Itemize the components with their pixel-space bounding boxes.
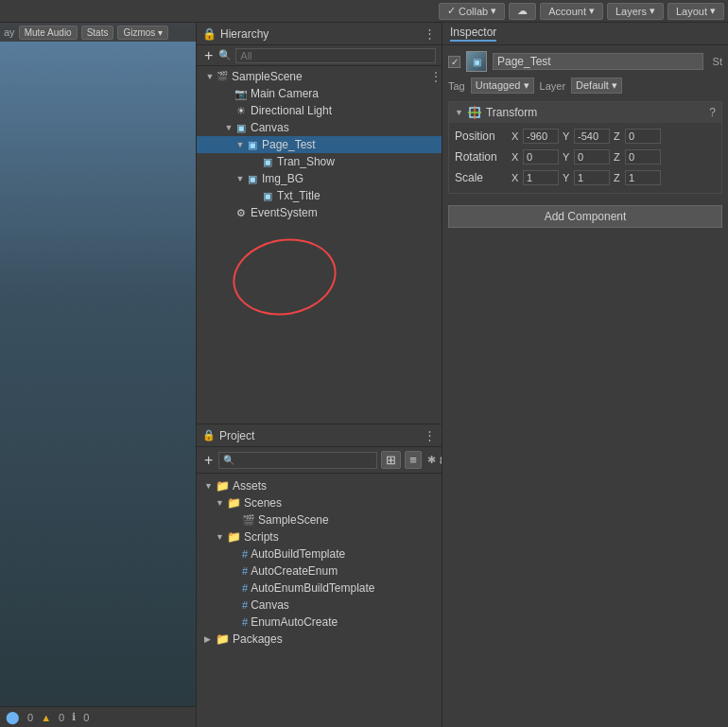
- event-system-icon: ⚙: [234, 206, 248, 219]
- project-panel-icons: ⋮: [424, 429, 436, 441]
- tran-show-label: Tran_Show: [277, 155, 335, 168]
- canvas-item[interactable]: ▼ ▣ Canvas: [197, 119, 442, 136]
- scene-arrow: ▼: [204, 72, 216, 81]
- packages-folder-item[interactable]: ▶ 📁 Packages: [197, 631, 442, 648]
- position-label: Position: [455, 130, 511, 143]
- circle-count: 0: [27, 712, 33, 723]
- page-test-arrow: ▼: [234, 140, 246, 149]
- collab-button[interactable]: ✓ Collab ▾: [439, 3, 505, 20]
- position-y-letter: Y: [563, 130, 572, 142]
- chevron-down-icon: ▾: [491, 5, 496, 17]
- img-bg-item[interactable]: ▼ ▣ Img_BG: [197, 170, 442, 187]
- camera-icon: 📷: [234, 87, 248, 100]
- hierarchy-panel: 🔒 Hierarchy ⋮ + 🔍 ▼ 🎬 Main Camera Sampl: [197, 23, 442, 424]
- layers-button[interactable]: Layers ▾: [607, 3, 664, 20]
- inspector-content: ✓ ▣ St Tag Untagged ▾ Layer Default ▾: [442, 45, 728, 727]
- scale-z-input[interactable]: [625, 170, 661, 185]
- object-cube-icon: ▣: [466, 51, 487, 72]
- filter-button[interactable]: ⊞: [381, 451, 401, 469]
- add-project-button[interactable]: +: [202, 453, 215, 468]
- object-name-input[interactable]: [493, 53, 703, 70]
- lock-icon-2: 🔒: [202, 429, 216, 441]
- assets-folder-item[interactable]: ▼ 📁 Assets: [197, 477, 442, 494]
- warning-count: 0: [59, 712, 64, 723]
- gizmos-button[interactable]: Gizmos ▾: [117, 26, 168, 40]
- auto-enum-build-label: AutoEnumBuildTemplate: [251, 581, 374, 595]
- scenes-folder-item[interactable]: ▼ 📁 Scenes: [197, 494, 442, 511]
- left-panel: ay Mute Audio Stats Gizmos ▾ ⬤ 0 ▲ 0 ℹ 0: [0, 23, 196, 727]
- scene-more-icon[interactable]: ⋮: [430, 70, 442, 83]
- position-z-input[interactable]: [625, 129, 661, 144]
- rotation-z-input[interactable]: [625, 149, 661, 164]
- script-icon-2: #: [242, 565, 248, 577]
- project-search-input[interactable]: [234, 454, 373, 467]
- project-content: ▼ 📁 Assets ▼ 📁 Scenes ▶ 🎬 SampleScene: [197, 474, 442, 727]
- sort-button[interactable]: ≡: [405, 451, 422, 469]
- auto-build-template-item[interactable]: ▶ # AutoBuildTemplate: [197, 545, 442, 563]
- scale-label: Scale: [455, 171, 511, 184]
- scale-fields: X Y Z: [511, 170, 716, 185]
- main-camera-item[interactable]: ▶ 📷 Main Camera: [197, 85, 442, 102]
- scene-root-item[interactable]: ▼ 🎬 Main Camera SampleScene ⋮: [197, 68, 442, 85]
- canvas-script-item[interactable]: ▶ # Canvas: [197, 597, 442, 614]
- rotation-z-group: Z: [614, 149, 661, 164]
- scale-x-letter: X: [511, 172, 521, 183]
- rotation-row: Rotation X Y Z: [455, 147, 716, 166]
- hierarchy-search-input[interactable]: [235, 48, 436, 63]
- collab-label: Collab: [459, 6, 488, 17]
- account-button[interactable]: Account ▾: [540, 3, 603, 20]
- auto-create-enum-item[interactable]: ▶ # AutoCreateEnum: [197, 563, 442, 580]
- layer-dropdown[interactable]: Default ▾: [571, 78, 622, 94]
- center-panel: 🔒 Hierarchy ⋮ + 🔍 ▼ 🎬 Main Camera Sampl: [196, 23, 442, 727]
- enum-auto-create-item[interactable]: ▶ # EnumAutoCreate: [197, 614, 442, 631]
- hierarchy-panel-icons: ⋮: [424, 27, 436, 40]
- scripts-folder-item[interactable]: ▼ 📁 Scripts: [197, 528, 442, 545]
- check-icon: ✓: [447, 5, 456, 17]
- hierarchy-content: ▼ 🎬 Main Camera SampleScene ⋮ ▶ 📷 Main C…: [197, 66, 442, 424]
- sample-scene-item[interactable]: ▶ 🎬 SampleScene: [197, 511, 442, 528]
- position-x-group: X: [511, 129, 559, 144]
- transform-label: Transform: [486, 106, 537, 119]
- mute-audio-button[interactable]: Mute Audio: [19, 26, 78, 40]
- layers-label: Layers: [615, 6, 647, 17]
- tran-show-item[interactable]: ▶ ▣ Tran_Show: [197, 153, 442, 170]
- scene-view[interactable]: ay Mute Audio Stats Gizmos ▾: [0, 23, 196, 706]
- layout-button[interactable]: Layout ▾: [667, 3, 724, 20]
- position-x-input[interactable]: [523, 129, 559, 144]
- more-options-icon[interactable]: ⋮: [424, 27, 436, 40]
- project-toolbar: + 🔍 ⊞ ≡ ✱ 8: [197, 447, 442, 474]
- project-more-icon[interactable]: ⋮: [424, 429, 436, 441]
- scripts-arrow: ▼: [216, 532, 227, 542]
- stats-button[interactable]: Stats: [81, 26, 114, 40]
- project-panel: 🔒 Project ⋮ + 🔍 ⊞ ≡ ✱ 8: [197, 424, 442, 727]
- enum-auto-create-label: EnumAutoCreate: [251, 615, 338, 629]
- scale-y-input[interactable]: [574, 170, 610, 185]
- txt-title-item[interactable]: ▶ ▣ Txt_Title: [197, 187, 442, 204]
- canvas-script-label: Canvas: [251, 598, 289, 612]
- camera-label: Main Camera: [251, 87, 319, 100]
- position-y-input[interactable]: [574, 129, 610, 144]
- scale-x-input[interactable]: [523, 170, 559, 185]
- scene-mode-label: ay: [4, 26, 15, 38]
- auto-enum-build-template-item[interactable]: ▶ # AutoEnumBuildTemplate: [197, 580, 442, 597]
- add-hierarchy-button[interactable]: +: [202, 48, 215, 63]
- event-system-item[interactable]: ▶ ⚙ EventSystem: [197, 204, 442, 221]
- page-test-item[interactable]: ▼ ▣ Page_Test: [197, 136, 442, 153]
- object-enabled-checkbox[interactable]: ✓: [448, 56, 460, 68]
- assets-arrow: ▼: [204, 481, 216, 491]
- main-area: ay Mute Audio Stats Gizmos ▾ ⬤ 0 ▲ 0 ℹ 0…: [0, 23, 728, 727]
- rotation-y-input[interactable]: [574, 149, 610, 164]
- transform-icon: [467, 105, 482, 120]
- info-circle-icon: ⬤: [6, 710, 20, 724]
- script-icon-1: #: [242, 548, 248, 560]
- rotation-x-input[interactable]: [523, 149, 559, 164]
- cloud-button[interactable]: ☁: [509, 3, 536, 20]
- add-component-button[interactable]: Add Component: [448, 205, 722, 228]
- scripts-folder-icon: 📁: [227, 530, 241, 544]
- transform-help-icon[interactable]: ?: [709, 106, 716, 119]
- directional-light-item[interactable]: ▶ ☀ Directional Light: [197, 102, 442, 119]
- layout-label: Layout: [676, 6, 707, 17]
- page-test-label: Page_Test: [262, 138, 316, 151]
- transform-header[interactable]: ▼ Transform ?: [449, 102, 721, 123]
- tag-dropdown[interactable]: Untagged ▾: [471, 78, 534, 94]
